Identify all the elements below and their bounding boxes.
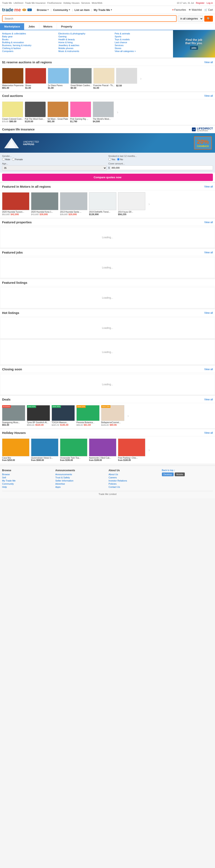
list-item[interactable]: Exclusive Ssangyong Muss... $55.00 — [2, 405, 25, 426]
cat-jewellery[interactable]: Jewellery & watches — [58, 44, 79, 46]
tab-jobs[interactable]: Jobs — [24, 23, 39, 30]
register-link[interactable]: Register — [196, 2, 205, 4]
cat-antiques[interactable]: Antiques & collectables — [2, 32, 26, 35]
smoked-yes-radio[interactable] — [108, 158, 111, 161]
tab-property[interactable]: Property — [57, 23, 76, 30]
browse-nav[interactable]: Browse ▼ — [37, 8, 49, 11]
cool-auctions-view-all[interactable]: View all — [204, 94, 213, 97]
list-item[interactable]: Free Parking • Chic... from $180.00 — [118, 438, 145, 461]
list-item[interactable]: 2019 Dethleffs Trend... $128,990 — [89, 192, 116, 216]
scroll-right-arrow[interactable]: › — [115, 101, 120, 123]
scroll-right-arrow[interactable]: › — [139, 68, 143, 89]
mobile-button[interactable]: Mobile — [175, 472, 185, 476]
featured-jobs-view-all[interactable]: View all — [204, 251, 213, 254]
my-trade-me-nav[interactable]: My Trade Me ▼ — [93, 8, 112, 11]
topnav-lifedirect[interactable]: LifeDirect — [14, 2, 23, 4]
list-item[interactable]: 2014 Isuzu Elf... $56,235 — [118, 192, 145, 216]
footer-mytrademe-link[interactable]: My Trade Me — [2, 479, 16, 482]
motors-view-all[interactable]: View all — [204, 185, 213, 188]
cat-gaming[interactable]: Gaming — [58, 35, 66, 38]
list-item[interactable]: Pull The Wool Over... $120.00 — [25, 101, 46, 123]
list-item[interactable]: Save 23% BellapierneCosmet... $105.00 $8… — [101, 405, 124, 426]
cat-baby[interactable]: Baby gear — [2, 35, 12, 38]
cat-music[interactable]: Music & instruments — [58, 50, 79, 53]
list-item[interactable]: Francine Pascal - Th... $1.00 — [93, 68, 114, 89]
footer-apps-link[interactable]: Apps — [55, 486, 61, 488]
cat-home[interactable]: Home & living — [58, 41, 73, 43]
cat-computers[interactable]: Computers — [2, 50, 14, 53]
list-item[interactable]: Shoes $1.00 — [25, 68, 46, 89]
list-item[interactable]: 2020 Hyundai Kona 1... $42,000 $39,995 — [31, 192, 58, 216]
footer-investor-link[interactable]: Investor Relations — [109, 479, 127, 482]
cat-health[interactable]: Health & beauty — [58, 38, 75, 41]
deals-view-all[interactable]: View all — [204, 398, 213, 401]
footer-browse-link[interactable]: Browse — [2, 473, 10, 476]
cat-business[interactable]: Business, farming & industry — [2, 44, 31, 46]
scroll-right-arrow[interactable]: › — [126, 405, 130, 426]
topnav-services[interactable]: Services — [81, 2, 90, 4]
list-item[interactable]: 2x Glass Panes $1.00 — [48, 68, 69, 89]
cat-clothing[interactable]: Clothing & fashion — [2, 47, 21, 50]
cart-btn[interactable]: 🛒 Cart — [204, 8, 213, 11]
footer-careers-link[interactable]: Careers — [109, 476, 117, 479]
gender-female-radio[interactable] — [12, 158, 15, 161]
scroll-right-arrow[interactable]: › — [147, 192, 151, 216]
favourites-btn[interactable]: ♥ Favourites — [172, 8, 186, 11]
scroll-right-arrow[interactable]: › — [147, 438, 151, 461]
footer-announcements-link[interactable]: Announcements — [55, 473, 72, 476]
age-select[interactable]: 35 — [2, 165, 107, 170]
cat-mobile[interactable]: Mobile phones — [58, 47, 74, 50]
footer-policies-link[interactable]: Policies — [109, 483, 116, 485]
list-item[interactable]: Cream Colored Cont... $75.00 $80.00 — [2, 101, 23, 123]
list-item[interactable]: Save 42% Tyres BF Goodrich Al... $890.00… — [27, 405, 50, 426]
list-item[interactable]: Awemonte 2 Bed Cub... from $189.00 — [89, 438, 116, 461]
list-item[interactable]: Oceanside Twin Toa... from $195.00 — [60, 438, 87, 461]
cat-building[interactable]: Building & renovation — [2, 41, 24, 43]
list-item[interactable]: The World's Most... $4,500 — [93, 101, 114, 123]
footer-help-link[interactable]: Help — [2, 486, 7, 488]
footer-advertise-link[interactable]: Advertise — [55, 483, 65, 485]
back-to-top-link[interactable]: Back to top ↑ — [162, 469, 213, 471]
topnav-motorweb[interactable]: MotorWeb — [92, 2, 103, 4]
list-item[interactable]: Pink Gaming Rig ... $1,790 — [70, 101, 91, 123]
footer-community-link[interactable]: Community — [2, 483, 14, 485]
footer-seller-link[interactable]: Seller Information — [55, 479, 74, 482]
search-button[interactable]: 🔍 — [204, 16, 213, 22]
cat-pets[interactable]: Pets & animals — [115, 32, 130, 35]
cat-books[interactable]: Books — [2, 38, 9, 41]
category-select[interactable]: in all categories — [178, 16, 203, 22]
list-item[interactable]: Great Britain Castles... $0.50 — [71, 68, 92, 89]
dollar-auctions-view-all[interactable]: View all — [204, 61, 213, 64]
list-item[interactable]: Sd Ware - Great Plate $61.00 — [48, 101, 69, 123]
cat-sports[interactable]: Sports — [115, 35, 122, 38]
cat-toys[interactable]: Toys & models — [115, 38, 130, 41]
topnav-findsomeone[interactable]: FindSomeone — [47, 2, 62, 4]
search-input[interactable] — [2, 15, 177, 22]
tab-motors[interactable]: Motors — [39, 23, 57, 30]
cat-electronics[interactable]: Electronics & photography — [58, 32, 85, 35]
holiday-houses-view-all[interactable]: View all — [204, 431, 213, 434]
topnav-trademe[interactable]: Trade Me — [2, 2, 12, 4]
list-item[interactable]: 2020 Hyundai Tucson... $52,000 $42,995 — [2, 192, 29, 216]
list-item[interactable]: Watermelon Peperonia $91.00 — [2, 68, 24, 89]
list-item[interactable]: Casa Mui from $250.00 — [2, 438, 29, 461]
footer-trust-link[interactable]: Trust & Safety — [55, 476, 70, 479]
gender-male-radio[interactable] — [2, 158, 5, 161]
footer-aboutus-link[interactable]: About Us — [109, 473, 118, 476]
cat-lastchance[interactable]: Last chance — [115, 41, 127, 43]
footer-sell-link[interactable]: Sell — [2, 476, 6, 479]
smoked-no-radio[interactable] — [117, 158, 120, 161]
list-item[interactable]: Save 11% Pevonia Botanica... $99.00 $61.… — [76, 405, 100, 426]
list-item[interactable]: Save 40% TOG24 Maeson... $294.40 $185.00 — [52, 405, 75, 426]
cat-all[interactable]: View all categories > — [115, 50, 136, 53]
featured-properties-view-all[interactable]: View all — [204, 221, 213, 224]
footer-contact-link[interactable]: Contact Us — [109, 486, 120, 488]
list-item[interactable]: 2013 Hyundai Santa ... $35,000 $29,995 — [60, 192, 87, 216]
closing-soon-view-all[interactable]: View all — [204, 368, 213, 371]
watchlist-btn[interactable]: 👁 Watchlist — [189, 8, 202, 11]
desktop-button[interactable]: Desktop — [162, 472, 173, 476]
compare-quotes-button[interactable]: Compare quotes now — [2, 174, 213, 181]
tab-marketplace[interactable]: Marketplace — [0, 23, 24, 30]
topnav-holidayhouses[interactable]: Holiday Houses — [63, 2, 80, 4]
cover-input[interactable] — [110, 165, 213, 170]
